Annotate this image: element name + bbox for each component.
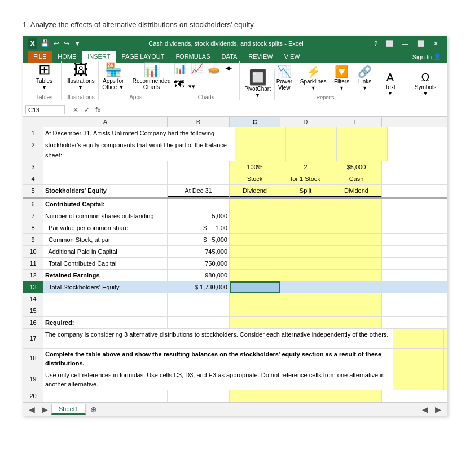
undo-qa[interactable]: ↩ <box>52 39 60 47</box>
cell-e16[interactable] <box>331 317 382 328</box>
sheet-left-btn[interactable]: ▶ <box>38 405 51 414</box>
cell-e6[interactable] <box>331 199 382 210</box>
close-btn[interactable]: ✕ <box>429 39 442 49</box>
cell-e7[interactable] <box>331 210 382 222</box>
cell-a2[interactable]: stockholder's equity components that wou… <box>43 139 235 161</box>
cell-c2[interactable] <box>235 139 286 161</box>
cell-e8[interactable] <box>331 222 382 233</box>
scroll-left-btn[interactable]: ◀ <box>419 405 432 414</box>
cell-a17[interactable]: The company is considering 3 alternative… <box>43 329 393 348</box>
bar-chart-btn[interactable]: 📊 <box>172 61 188 76</box>
more-charts-btn[interactable]: ▾▾ <box>187 82 197 91</box>
cell-a9[interactable]: Common Stock, at par <box>43 234 168 245</box>
cell-d7[interactable] <box>280 210 331 222</box>
cell-e12[interactable] <box>331 270 382 281</box>
cell-c5[interactable]: Dividend <box>230 185 280 197</box>
cell-b4[interactable] <box>168 173 230 184</box>
cell-d12[interactable] <box>280 270 331 281</box>
cell-a5[interactable]: Stockholders' Equity <box>43 185 168 197</box>
cell-a15[interactable] <box>43 305 168 316</box>
cell-d2[interactable] <box>286 139 337 161</box>
cell-d5[interactable]: Split <box>280 185 331 197</box>
help-btn[interactable]: ? <box>370 39 381 49</box>
cell-reference[interactable] <box>25 105 65 114</box>
cell-d10[interactable] <box>280 246 331 257</box>
cell-a8[interactable]: Par value per common share <box>43 222 168 233</box>
add-sheet-btn[interactable]: ◀ <box>25 405 38 414</box>
cell-a3[interactable] <box>43 161 168 173</box>
cell-a18[interactable]: Complete the table above and show the re… <box>43 349 393 369</box>
cell-e11[interactable] <box>331 258 382 269</box>
cell-c6[interactable] <box>230 199 280 210</box>
tab-page-layout[interactable]: PAGE LAYOUT <box>116 51 170 63</box>
cell-a4[interactable] <box>43 173 168 184</box>
cell-d14[interactable] <box>280 293 331 305</box>
save-qa[interactable]: 💾 <box>39 39 50 47</box>
cell-d15[interactable] <box>280 305 331 316</box>
cell-c11[interactable] <box>230 258 280 269</box>
cell-c4[interactable]: Stock <box>230 173 280 184</box>
cell-c19[interactable] <box>393 369 444 390</box>
cell-e13[interactable] <box>331 281 382 293</box>
cell-b8[interactable]: $ 1.00 <box>168 222 230 233</box>
cell-d9[interactable] <box>280 234 331 245</box>
cell-d16[interactable] <box>280 317 331 328</box>
tables-btn[interactable]: ⊞ Tables▼ <box>32 61 57 91</box>
cell-d1[interactable] <box>286 127 337 139</box>
add-sheet-btn2[interactable]: ⊕ <box>87 405 100 414</box>
cell-d18[interactable] <box>444 349 447 369</box>
cell-e5[interactable]: Dividend <box>331 185 382 197</box>
cell-b10[interactable]: 745,000 <box>168 246 230 257</box>
cell-c9[interactable] <box>230 234 280 245</box>
cell-a14[interactable] <box>43 293 168 305</box>
customize-qa[interactable]: ▼ <box>73 39 82 47</box>
area-chart-btn[interactable]: 🗺 <box>172 77 186 91</box>
cell-b5[interactable]: At Dec 31 <box>168 185 230 197</box>
cell-e15[interactable] <box>331 305 382 316</box>
cell-c10[interactable] <box>230 246 280 257</box>
text-btn[interactable]: A Text▼ <box>378 70 403 98</box>
redo-qa[interactable]: ↪ <box>63 39 71 47</box>
apps-for-office-btn[interactable]: 🏪 Apps forOffice ▼ <box>99 62 128 91</box>
illustrations-btn[interactable]: 🖼 Illustrations▼ <box>64 61 97 91</box>
scroll-right-btn[interactable]: ▶ <box>432 405 445 414</box>
cell-b12[interactable]: 980,000 <box>168 270 230 281</box>
maximize-btn[interactable]: ⬜ <box>413 39 429 49</box>
cell-a13[interactable]: Total Stockholders' Equity <box>43 281 168 293</box>
cell-a16[interactable]: Required: <box>43 317 168 328</box>
cell-a7[interactable]: Number of common shares outstanding <box>43 210 168 222</box>
cell-e9[interactable] <box>331 234 382 245</box>
formula-input[interactable] <box>104 106 445 114</box>
scatter-chart-btn[interactable]: ✦ <box>223 61 235 76</box>
cancel-icon[interactable]: ✕ <box>71 106 80 114</box>
sparklines-btn[interactable]: ⚡ Sparklines▼ <box>298 65 329 92</box>
cell-a12[interactable]: Retained Earnings <box>43 270 168 281</box>
cell-d4[interactable]: for 1 Stock <box>280 173 331 184</box>
cell-e2[interactable] <box>337 139 388 161</box>
filters-btn[interactable]: 🔽 Filters▼ <box>331 65 353 92</box>
cell-d20[interactable] <box>280 390 331 402</box>
line-chart-btn[interactable]: 📈 <box>189 61 205 76</box>
cell-c14[interactable] <box>230 293 280 305</box>
symbols-btn[interactable]: Ω Symbols▼ <box>412 70 438 98</box>
power-view-btn[interactable]: 📉 PowerView <box>273 65 296 92</box>
pivot-chart-btn[interactable]: 🔲 PivotChart▼ <box>242 69 273 99</box>
cell-b20[interactable] <box>168 390 230 402</box>
cell-e3[interactable]: $5,000 <box>331 161 382 173</box>
restore-btn[interactable]: ⬜ <box>382 39 398 49</box>
cell-d6[interactable] <box>280 199 331 210</box>
insert-function-icon[interactable]: fx <box>94 106 102 114</box>
cell-d3[interactable]: 2 <box>280 161 331 173</box>
tab-data[interactable]: DATA <box>216 51 243 63</box>
cell-d8[interactable] <box>280 222 331 233</box>
cell-d13[interactable] <box>280 281 331 293</box>
sign-in[interactable]: Sign In 👤 <box>407 51 447 63</box>
cell-b16[interactable] <box>168 317 230 328</box>
cell-a19[interactable]: Use only cell references in formulas. Us… <box>43 369 393 390</box>
cell-b13[interactable]: $ 1,730,000 <box>168 281 230 293</box>
cell-c1[interactable] <box>235 127 286 139</box>
cell-c15[interactable] <box>230 305 280 316</box>
cell-c7[interactable] <box>230 210 280 222</box>
links-btn[interactable]: 🔗 Links▼ <box>355 65 375 92</box>
cell-b3[interactable] <box>168 161 230 173</box>
